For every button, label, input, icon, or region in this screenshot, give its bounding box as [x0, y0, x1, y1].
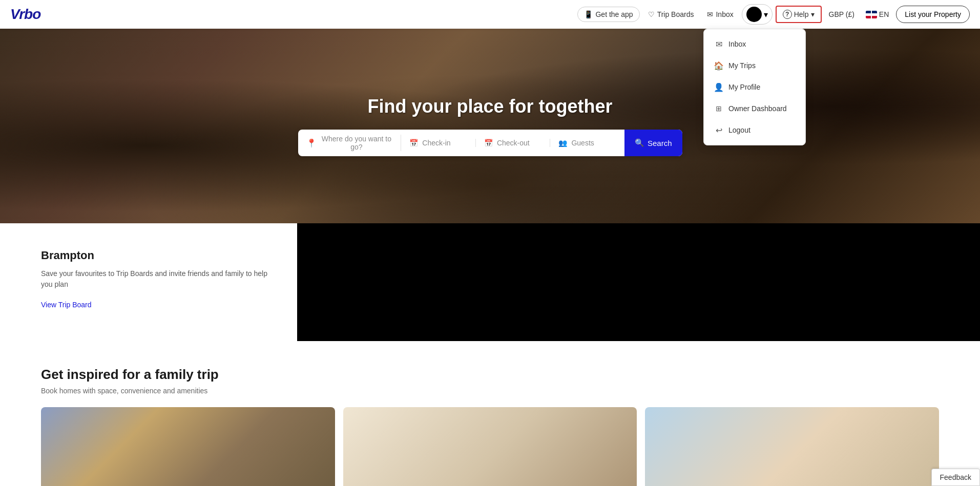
help-dropdown-menu: ✉ Inbox 🏠 My Trips 👤 My Profile ⊞ Owner …	[703, 29, 806, 145]
checkout-field[interactable]: 📅 Check-out	[476, 139, 551, 147]
dropdown-owner-dashboard-icon: ⊞	[714, 104, 723, 113]
dropdown-owner-dashboard-label: Owner Dashboard	[728, 104, 787, 113]
dropdown-my-trips-item[interactable]: 🏠 My Trips	[704, 55, 805, 76]
hero-title: Find your place for together	[298, 96, 682, 117]
list-property-button[interactable]: List your Property	[896, 6, 970, 23]
dropdown-inbox-label: Inbox	[728, 40, 746, 48]
search-button-label: Search	[648, 139, 672, 147]
property-card-image-1	[41, 407, 335, 486]
search-button[interactable]: 🔍 Search	[624, 130, 682, 156]
trip-board-text-area: Brampton Save your favourites to Trip Bo…	[0, 223, 297, 341]
family-trip-section: Get inspired for a family trip Book home…	[0, 341, 980, 486]
vrbo-logo[interactable]: Vrbo	[10, 6, 40, 23]
location-field[interactable]: 📍 Where do you want to go?	[298, 135, 402, 151]
trip-board-title: Brampton	[41, 249, 277, 262]
location-placeholder: Where do you want to go?	[321, 135, 393, 151]
feedback-button[interactable]: Feedback	[931, 469, 980, 486]
dropdown-my-profile-label: My Profile	[728, 83, 760, 91]
dropdown-inbox-icon: ✉	[714, 39, 723, 49]
dropdown-logout-item[interactable]: ↩ Logout	[704, 119, 805, 141]
trip-board-description: Save your favourites to Trip Boards and …	[41, 268, 277, 290]
search-icon: 🔍	[635, 138, 644, 147]
view-trip-board-link[interactable]: View Trip Board	[41, 301, 92, 309]
help-button[interactable]: ? Help ▾	[776, 6, 822, 23]
dropdown-my-profile-icon: 👤	[714, 82, 723, 92]
checkout-calendar-icon: 📅	[484, 139, 493, 147]
guests-field[interactable]: 👥 Guests	[550, 139, 624, 147]
dropdown-my-trips-icon: 🏠	[714, 61, 723, 70]
trip-board-section: Brampton Save your favourites to Trip Bo…	[0, 223, 980, 341]
avatar	[746, 7, 762, 22]
guests-icon: 👥	[558, 139, 567, 147]
property-card-1[interactable]	[41, 407, 335, 486]
phone-icon: 📱	[584, 10, 593, 18]
dropdown-logout-label: Logout	[728, 126, 750, 134]
site-header: Vrbo 📱 Get the app ♡ Trip Boards ✉ Inbox…	[0, 0, 980, 29]
hero-background: Find your place for together 📍 Where do …	[0, 29, 980, 223]
mail-icon: ✉	[707, 10, 713, 18]
currency-button[interactable]: GBP (£)	[825, 7, 859, 22]
dropdown-my-profile-item[interactable]: 👤 My Profile	[704, 76, 805, 98]
help-chevron-icon: ▾	[811, 10, 815, 18]
dropdown-logout-icon: ↩	[714, 125, 723, 135]
search-bar: 📍 Where do you want to go? 📅 Check-in 📅 …	[298, 130, 682, 156]
checkin-field[interactable]: 📅 Check-in	[401, 139, 476, 147]
hero-content: Find your place for together 📍 Where do …	[298, 96, 682, 156]
property-card-3[interactable]	[645, 407, 939, 486]
user-avatar-button[interactable]: ▾	[742, 4, 773, 25]
checkin-calendar-icon: 📅	[409, 139, 418, 147]
property-card-2[interactable]	[343, 407, 637, 486]
property-card-image-3	[645, 407, 939, 486]
inbox-button[interactable]: ✉ Inbox	[702, 7, 738, 22]
family-trip-subtitle: Book homes with space, convenience and a…	[41, 387, 939, 395]
checkin-label: Check-in	[422, 139, 450, 147]
chevron-down-icon: ▾	[764, 10, 768, 19]
language-button[interactable]: EN	[862, 7, 893, 22]
location-pin-icon: 📍	[306, 138, 317, 148]
guests-label: Guests	[571, 139, 594, 147]
trip-board-image	[297, 223, 980, 341]
get-app-button[interactable]: 📱 Get the app	[577, 7, 639, 22]
family-trip-title: Get inspired for a family trip	[41, 367, 939, 383]
dropdown-inbox-item[interactable]: ✉ Inbox	[704, 33, 805, 55]
dropdown-my-trips-label: My Trips	[728, 61, 756, 70]
checkout-label: Check-out	[497, 139, 530, 147]
flag-icon	[866, 11, 877, 18]
question-icon: ?	[783, 10, 792, 19]
dropdown-owner-dashboard-item[interactable]: ⊞ Owner Dashboard	[704, 98, 805, 119]
header-nav: 📱 Get the app ♡ Trip Boards ✉ Inbox ▾ ? …	[577, 4, 970, 25]
trip-boards-button[interactable]: ♡ Trip Boards	[643, 7, 699, 22]
property-card-image-2	[343, 407, 637, 486]
heart-icon: ♡	[648, 10, 655, 18]
property-cards-container	[41, 407, 939, 486]
hero-section: Find your place for together 📍 Where do …	[0, 29, 980, 223]
